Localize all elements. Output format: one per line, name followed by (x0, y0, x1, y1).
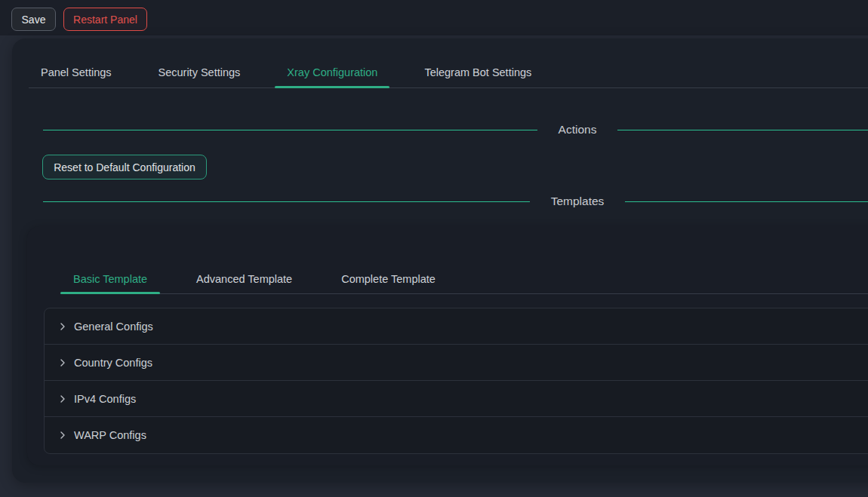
tab-security-settings[interactable]: Security Settings (146, 57, 253, 87)
settings-tab-bar: Panel Settings Security Settings Xray Co… (29, 57, 868, 88)
divider-line (625, 201, 868, 202)
collapse-country-configs[interactable]: Country Configs (45, 345, 868, 381)
chevron-right-icon (58, 394, 67, 403)
tab-label: Complete Template (341, 273, 436, 285)
chevron-right-icon (58, 322, 67, 331)
collapse-ipv4-configs[interactable]: IPv4 Configs (45, 381, 868, 417)
tab-complete-template[interactable]: Complete Template (328, 264, 448, 293)
tab-panel-settings[interactable]: Panel Settings (29, 57, 124, 87)
active-tab-underline (60, 292, 160, 294)
tab-label: Security Settings (159, 66, 241, 78)
chevron-right-icon (58, 358, 67, 367)
collapse-label: General Configs (74, 321, 153, 333)
top-action-bar: Save Restart Panel (0, 0, 868, 35)
actions-section-title: Actions (537, 123, 618, 137)
tab-label: Xray Configuration (287, 66, 377, 78)
save-button[interactable]: Save (11, 8, 56, 31)
divider-line (43, 201, 530, 202)
divider-line (43, 130, 537, 130)
collapse-general-configs[interactable]: General Configs (45, 308, 868, 345)
tab-xray-configuration[interactable]: Xray Configuration (275, 57, 389, 87)
app-window: Save Restart Panel Panel Settings Securi… (0, 0, 868, 497)
collapse-label: WARP Configs (74, 429, 146, 441)
tab-label: Advanced Template (196, 273, 292, 285)
tab-basic-template[interactable]: Basic Template (60, 264, 160, 293)
reset-default-config-button[interactable]: Reset to Default Configuration (42, 155, 207, 179)
chevron-right-icon (58, 431, 67, 440)
collapse-warp-configs[interactable]: WARP Configs (45, 417, 868, 453)
template-tab-bar: Basic Template Advanced Template Complet… (60, 264, 868, 294)
templates-section-divider: Templates (43, 190, 868, 213)
divider-line (617, 130, 868, 130)
config-collapse-list: General Configs Country Configs IPv4 Con… (44, 308, 868, 454)
tab-label: Basic Template (73, 273, 147, 285)
tab-advanced-template[interactable]: Advanced Template (183, 264, 305, 293)
templates-card: Basic Template Advanced Template Complet… (27, 226, 868, 465)
tab-label: Telegram Bot Settings (424, 66, 531, 78)
settings-card: Panel Settings Security Settings Xray Co… (12, 38, 868, 483)
actions-section-divider: Actions (43, 118, 868, 141)
collapse-label: Country Configs (74, 357, 152, 369)
active-tab-underline (275, 86, 389, 88)
restart-panel-button[interactable]: Restart Panel (63, 8, 147, 31)
tab-telegram-bot-settings[interactable]: Telegram Bot Settings (412, 57, 543, 87)
tab-label: Panel Settings (41, 66, 112, 78)
templates-section-title: Templates (530, 195, 626, 208)
collapse-label: IPv4 Configs (74, 393, 136, 405)
